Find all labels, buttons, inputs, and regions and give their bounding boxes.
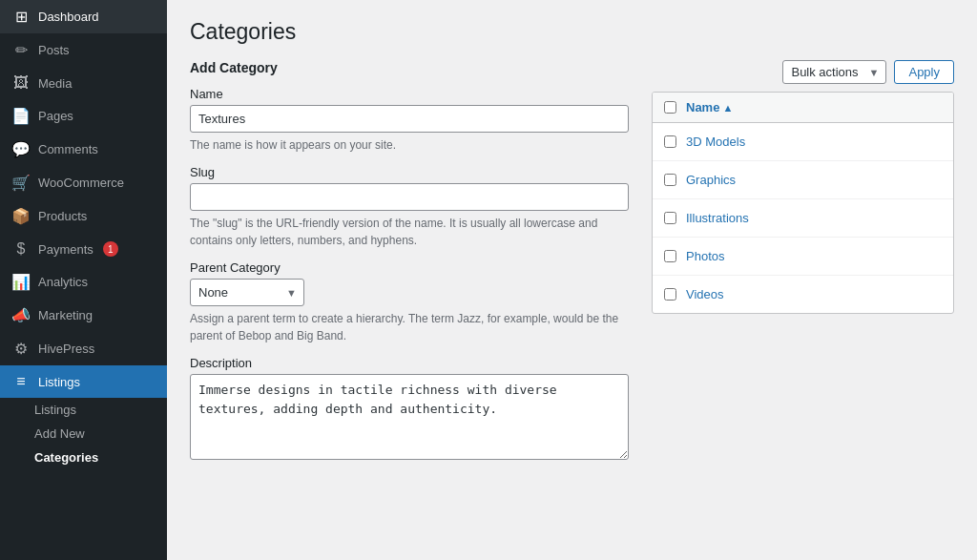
row-checkbox[interactable] — [664, 288, 676, 301]
table-row: Photos — [653, 238, 953, 276]
sidebar-item-label: WooCommerce — [38, 176, 124, 190]
sidebar-item-hivepress[interactable]: ⚙ HivePress — [0, 332, 167, 365]
name-column-label: Name — [686, 100, 719, 114]
bulk-actions-wrapper: Bulk actions Delete ▼ — [782, 60, 886, 84]
posts-icon: ✏ — [11, 41, 31, 59]
sidebar-item-label: Listings — [38, 375, 80, 389]
sidebar-item-products[interactable]: 📦 Products — [0, 199, 167, 233]
sidebar-item-label: Pages — [38, 109, 73, 123]
sidebar-item-posts[interactable]: ✏ Posts — [0, 33, 167, 67]
sidebar-item-comments[interactable]: 💬 Comments — [0, 133, 167, 166]
parent-label: Parent Category — [190, 260, 629, 275]
sidebar-item-label: Dashboard — [38, 10, 99, 24]
sidebar-item-dashboard[interactable]: ⊞ Dashboard — [0, 0, 167, 33]
media-icon: 🖼 — [11, 74, 31, 92]
table-row: Graphics — [653, 161, 953, 199]
add-category-form: Add Category Name The name is how it app… — [190, 60, 629, 474]
bulk-actions-select[interactable]: Bulk actions Delete — [782, 60, 886, 84]
sort-icon: ▲ — [722, 102, 733, 114]
table-header: Name ▲ — [653, 93, 953, 123]
sidebar-item-label: Posts — [38, 43, 70, 57]
categories-table-panel: Bulk actions Delete ▼ Apply Name ▲ — [652, 60, 954, 314]
slug-group: Slug The "slug" is the URL-friendly vers… — [190, 165, 629, 249]
sidebar-sub-item-add-new[interactable]: Add New — [0, 422, 167, 446]
listings-icon: ≡ — [11, 373, 31, 390]
category-name-link[interactable]: Photos — [686, 249, 724, 263]
name-hint: The name is how it appears on your site. — [190, 136, 629, 154]
pages-icon: 📄 — [11, 107, 31, 125]
slug-hint: The "slug" is the URL-friendly version o… — [190, 215, 629, 249]
sidebar: ⊞ Dashboard ✏ Posts 🖼 Media 📄 Pages 💬 Co… — [0, 0, 167, 560]
parent-select[interactable]: None — [190, 279, 304, 306]
parent-category-group: Parent Category None ▼ Assign a parent t… — [190, 260, 629, 344]
category-name-link[interactable]: Illustrations — [686, 211, 749, 225]
parent-select-wrapper: None ▼ — [190, 279, 304, 306]
name-input[interactable] — [190, 105, 629, 133]
comments-icon: 💬 — [11, 140, 31, 158]
slug-input[interactable] — [190, 183, 629, 211]
sidebar-item-label: Comments — [38, 142, 98, 156]
name-label: Name — [190, 87, 629, 101]
category-name-link[interactable]: Videos — [686, 287, 724, 301]
table-row: Illustrations — [653, 199, 953, 238]
sidebar-item-media[interactable]: 🖼 Media — [0, 67, 167, 99]
sidebar-item-label: HivePress — [38, 342, 94, 356]
page-title: Categories — [190, 19, 954, 45]
table-row: 3D Models — [653, 123, 953, 161]
sidebar-item-listings[interactable]: ≡ Listings — [0, 365, 167, 398]
sidebar-item-label: Products — [38, 209, 87, 223]
select-all-checkbox[interactable] — [664, 101, 676, 114]
marketing-icon: 📣 — [11, 306, 31, 324]
sidebar-item-label: Analytics — [38, 275, 88, 289]
table-row: Videos — [653, 276, 953, 313]
row-checkbox[interactable] — [664, 212, 676, 224]
sidebar-item-label: Media — [38, 76, 72, 91]
sidebar-sub-item-listings[interactable]: Listings — [0, 398, 167, 422]
products-icon: 📦 — [11, 207, 31, 225]
row-checkbox[interactable] — [664, 174, 676, 186]
sidebar-item-label: Marketing — [38, 308, 93, 322]
content-layout: Add Category Name The name is how it app… — [190, 60, 954, 474]
description-group: Description Immerse designs in tactile r… — [190, 356, 629, 463]
dashboard-icon: ⊞ — [11, 8, 31, 26]
description-textarea[interactable]: Immerse designs in tactile richness with… — [190, 374, 629, 460]
sidebar-sub-item-categories[interactable]: Categories — [0, 446, 167, 469]
category-table: Name ▲ 3D Models Graphics Illustrations — [652, 92, 954, 314]
description-label: Description — [190, 356, 629, 370]
slug-label: Slug — [190, 165, 629, 179]
payments-badge: 1 — [103, 241, 118, 257]
woocommerce-icon: 🛒 — [11, 174, 31, 192]
category-name-link[interactable]: Graphics — [686, 173, 736, 187]
category-name-link[interactable]: 3D Models — [686, 135, 745, 149]
sidebar-item-marketing[interactable]: 📣 Marketing — [0, 299, 167, 332]
sidebar-item-analytics[interactable]: 📊 Analytics — [0, 265, 167, 299]
table-toolbar: Bulk actions Delete ▼ Apply — [652, 60, 954, 84]
row-checkbox[interactable] — [664, 250, 676, 262]
payments-icon: $ — [11, 240, 31, 258]
sidebar-item-woocommerce[interactable]: 🛒 WooCommerce — [0, 166, 167, 199]
form-section-title: Add Category — [190, 60, 629, 75]
main-content: Categories Add Category Name The name is… — [167, 0, 977, 560]
analytics-icon: 📊 — [11, 273, 31, 291]
parent-hint: Assign a parent term to create a hierarc… — [190, 310, 629, 344]
name-group: Name The name is how it appears on your … — [190, 87, 629, 154]
table-header-name: Name ▲ — [686, 100, 733, 114]
apply-button[interactable]: Apply — [894, 60, 954, 84]
sidebar-item-label: Payments — [38, 242, 94, 257]
sidebar-item-payments[interactable]: $ Payments 1 — [0, 233, 167, 265]
row-checkbox[interactable] — [664, 135, 676, 148]
sidebar-item-pages[interactable]: 📄 Pages — [0, 99, 167, 133]
hivepress-icon: ⚙ — [11, 340, 31, 358]
